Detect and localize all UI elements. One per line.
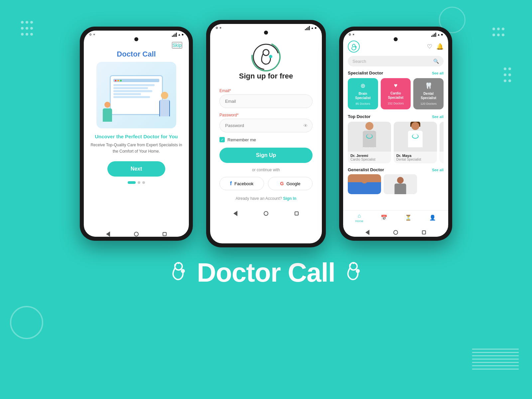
- remember-row: ✓ Remember me: [219, 137, 313, 142]
- page-container: ⚙ ☀ ▲ ■ Skip: [0, 0, 532, 399]
- google-icon: G: [280, 181, 284, 186]
- doctor-jeremi-specialty: Cardio Specialist: [350, 158, 388, 161]
- phone1-screen: ⚙ ☀ ▲ ■ Skip: [84, 31, 189, 237]
- top-doctor-see-all[interactable]: See all: [432, 115, 444, 119]
- password-label: Password*: [219, 113, 313, 117]
- phones-row: ⚙ ☀ ▲ ■ Skip: [80, 20, 452, 247]
- onboarding-subtitle: Receive Top-Quality Care from Expert Spe…: [90, 142, 182, 155]
- password-wrapper: 👁: [219, 119, 313, 132]
- nav-timer[interactable]: ⏳: [405, 214, 412, 221]
- specialist-card-brain[interactable]: ⊕ Brain Specialist 85 Doctors: [348, 78, 378, 109]
- specialist-see-all[interactable]: See all: [432, 71, 444, 75]
- signup-button[interactable]: Sign Up: [219, 148, 313, 163]
- brand-steth-left: [167, 259, 190, 286]
- specialist-card-dental[interactable]: 🦷 Dental Specialist 120 Doctors: [413, 78, 444, 109]
- doctor-card-maya[interactable]: Dr. Maya Dental Specialist: [394, 122, 437, 163]
- cardio-specialist-count: 152 Doctors: [388, 102, 404, 105]
- doctor-maya-specialty: Dental Specialist: [396, 158, 434, 161]
- p3-recent-nav[interactable]: [421, 229, 427, 235]
- remember-checkbox[interactable]: ✓: [219, 137, 225, 142]
- email-input[interactable]: [219, 94, 313, 108]
- svg-point-19: [349, 264, 351, 266]
- specialist-cards: ⊕ Brain Specialist 85 Doctors ♥ Cardio S…: [348, 78, 444, 109]
- logo-icon: [350, 43, 358, 51]
- dots-indicator: [128, 181, 145, 184]
- phone1-status-left: ⚙ ☀: [89, 33, 95, 36]
- search-bar[interactable]: Search 🔍: [348, 56, 444, 66]
- phone2-screen: ⚙ ☀ ▲ ■: [210, 24, 322, 243]
- nav-calendar[interactable]: 📅: [381, 214, 387, 221]
- doctor-jeremi-name: Dr. Jeremi: [350, 154, 388, 158]
- facebook-icon: f: [230, 181, 232, 187]
- p3-back-nav[interactable]: [364, 229, 370, 235]
- deco-dots-topright: [491, 27, 505, 39]
- home-nav-label: Home: [355, 219, 363, 223]
- brain-specialist-name: Brain Specialist: [350, 91, 375, 100]
- specialist-section-header: Specialist Doctor See all: [348, 70, 444, 75]
- home-nav[interactable]: [133, 231, 139, 237]
- generalist-row: [348, 174, 444, 194]
- p2-home-nav[interactable]: [263, 210, 269, 216]
- p2-recent-nav[interactable]: [294, 210, 300, 216]
- phone1-bottom-bar: [84, 228, 189, 237]
- svg-point-18: [356, 269, 360, 273]
- brain-specialist-count: 85 Doctors: [356, 102, 370, 105]
- stethoscope-logo: [251, 42, 281, 72]
- dental-specialist-count: 120 Doctors: [420, 102, 437, 105]
- doctor-jeremi-avatar: [356, 122, 383, 151]
- generalist-section-title: Generalist Doctor: [348, 167, 384, 172]
- deco-dots-right: [503, 66, 512, 84]
- password-input[interactable]: [219, 119, 313, 132]
- svg-point-7: [251, 42, 281, 72]
- facebook-button[interactable]: f Facebook: [219, 177, 264, 190]
- dot-2: [138, 181, 140, 184]
- password-form-group: Password* 👁: [219, 113, 313, 132]
- top-doctor-section-header: Top Doctor See all: [348, 114, 444, 119]
- phone2-status-right: ▲ ■: [305, 26, 317, 30]
- phone1-content: Skip Doctor Call: [84, 39, 189, 228]
- p3-home-nav[interactable]: [393, 229, 399, 235]
- deco-lines-bottomright: [472, 346, 519, 372]
- top-doctors-row: Dr. Jeremi Cardio Specialist: [348, 122, 444, 163]
- signin-link[interactable]: Sign In: [283, 196, 296, 201]
- skip-button[interactable]: Skip: [172, 42, 182, 49]
- nav-home[interactable]: ⌂ Home: [355, 213, 363, 223]
- app-logo[interactable]: [348, 41, 360, 53]
- generalist-section-header: Generalist Doctor See all: [348, 167, 444, 172]
- brand-steth-right: [342, 259, 365, 286]
- phone-onboarding: ⚙ ☀ ▲ ■ Skip: [80, 27, 193, 241]
- generalist-see-all[interactable]: See all: [432, 168, 444, 172]
- specialist-card-cardio[interactable]: ♥ Cardio Specialist 152 Doctors: [381, 78, 411, 109]
- bottom-navigation: ⌂ Home 📅 ⏳ 👤: [343, 210, 448, 225]
- doctor-card-jeremi[interactable]: Dr. Jeremi Cardio Specialist: [348, 122, 391, 163]
- heart-icon[interactable]: ♡: [427, 43, 432, 50]
- timer-nav-icon: ⏳: [405, 214, 412, 221]
- back-nav[interactable]: [105, 231, 111, 237]
- app-title: Doctor Call: [117, 50, 156, 59]
- bell-icon[interactable]: 🔔: [436, 43, 444, 50]
- search-icon[interactable]: 🔍: [433, 59, 439, 64]
- doctor-card-partial[interactable]: [440, 122, 444, 163]
- svg-point-15: [174, 264, 176, 266]
- generalist-card-1[interactable]: [348, 174, 381, 194]
- home-nav-icon: ⌂: [358, 213, 361, 219]
- eye-icon[interactable]: 👁: [303, 123, 308, 128]
- phone3-bottom-bar: [343, 226, 448, 237]
- nav-profile[interactable]: 👤: [429, 214, 436, 221]
- recent-nav[interactable]: [162, 231, 168, 237]
- generalist-card-2[interactable]: [384, 174, 417, 194]
- next-button[interactable]: Next: [107, 161, 166, 177]
- signin-prompt: Already have an Account?: [236, 196, 282, 201]
- phone1-status-right: ▲ ■: [172, 33, 184, 37]
- deco-dots-topleft: [20, 20, 34, 38]
- social-buttons-row: f Facebook G Google: [219, 177, 313, 190]
- p2-back-nav[interactable]: [232, 210, 238, 216]
- phone-home: ⚙ ☀ ▲ ■: [339, 27, 452, 241]
- cardio-specialist-name: Cardio Specialist: [383, 91, 408, 100]
- google-button[interactable]: G Google: [268, 177, 313, 190]
- phone2-bottom-bar: [210, 207, 322, 219]
- svg-point-14: [181, 269, 185, 273]
- phone3-content: ♡ 🔔 Search 🔍 Specialist Doctor See all: [343, 39, 448, 226]
- home-header: ♡ 🔔: [348, 41, 444, 53]
- svg-point-12: [355, 46, 357, 48]
